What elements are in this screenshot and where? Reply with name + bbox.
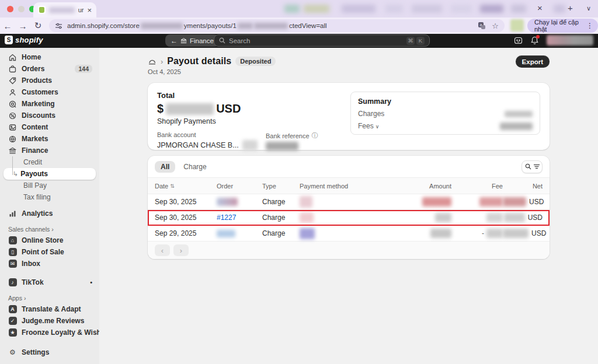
redacted-tab (385, 5, 403, 13)
admin-search-bar[interactable]: Search ⌘ K (214, 34, 430, 47)
redacted-fee (479, 197, 503, 206)
sidebar-item-translate-adapt[interactable]: A Translate & Adapt (4, 303, 96, 315)
sidebar-item-settings[interactable]: ⚙ Settings (4, 346, 96, 358)
sidekick-icon[interactable] (514, 36, 523, 45)
site-settings-icon[interactable] (55, 22, 62, 30)
cell-date: Sep 30, 2025 (155, 214, 217, 222)
address-bar[interactable]: admin.shopify.com/store yments/payouts/1… (49, 19, 505, 32)
table-row[interactable]: Sep 29, 2025 Charge - USD (148, 226, 550, 242)
main-content: › Payout details Deposited Export Oct 4,… (99, 48, 598, 364)
redacted-bank-reference (266, 142, 298, 150)
close-window-button[interactable] (7, 6, 13, 12)
subnav-connector-line (12, 156, 13, 175)
close-tab-icon[interactable]: × (537, 3, 543, 13)
cell-order[interactable] (217, 198, 262, 206)
notifications-bell-icon[interactable] (531, 36, 538, 44)
redacted-store-name[interactable] (547, 35, 593, 46)
sales-channels-header[interactable]: Sales channels › (4, 224, 96, 235)
payout-date: Oct 4, 2025 (148, 68, 550, 75)
sidebar-item-analytics[interactable]: Analytics (4, 208, 96, 219)
payouts-breadcrumb-icon[interactable] (148, 57, 157, 66)
content-icon (8, 124, 17, 131)
sidebar-item-products[interactable]: Products (4, 75, 96, 86)
back-icon[interactable]: ← (0, 21, 15, 31)
redacted-tab (480, 5, 503, 13)
search-and-filter-button[interactable] (521, 160, 543, 173)
table-row[interactable]: Sep 30, 2025 Charge USD (148, 194, 550, 210)
redacted-fee (486, 229, 503, 238)
summary-fees-row[interactable]: Fees∨ (358, 122, 533, 130)
cell-amount (393, 213, 451, 222)
tab-search-chevron-icon[interactable]: ∨ (586, 5, 591, 12)
info-icon[interactable]: ⓘ (312, 131, 318, 140)
sidebar-item-markets[interactable]: Markets (4, 133, 96, 145)
forward-icon[interactable]: → (15, 21, 30, 31)
url-text[interactable]: admin.shopify.com/store yments/payouts/1… (67, 22, 327, 29)
sidebar-item-customers[interactable]: Customers (4, 86, 96, 98)
cell-order[interactable]: #1227 (217, 214, 262, 222)
sidebar-item-payouts[interactable]: ↳ Payouts (4, 168, 96, 180)
cell-date: Sep 30, 2025 (155, 198, 217, 206)
apps-header[interactable]: Apps › (4, 293, 96, 303)
export-button[interactable]: Export (516, 55, 550, 68)
pagination-prev-button[interactable]: ‹ (155, 244, 170, 256)
summary-charges-row: Charges (358, 110, 533, 118)
browser-profile-avatar[interactable] (510, 19, 524, 32)
relaunch-to-update-button[interactable]: Chạy lại để cập nhật ⋮ (527, 19, 598, 33)
redacted-url-segment (254, 23, 288, 29)
subnav-hook-icon: ↳ (13, 170, 18, 178)
redacted-order (217, 198, 238, 206)
sidebar-item-content[interactable]: Content (4, 121, 96, 133)
redacted-tab-title (49, 7, 75, 13)
macos-traffic-lights[interactable] (7, 6, 36, 12)
table-row-highlighted[interactable]: Sep 30, 2025 #1227 Charge USD (148, 210, 550, 226)
sidebar-item-tax-filing[interactable]: Tax filing (4, 191, 96, 203)
sidebar-item-orders[interactable]: Orders 144 (4, 63, 96, 75)
sidebar-label: Content (22, 123, 48, 131)
page-title: Payout details (167, 56, 231, 66)
redacted-amount (422, 197, 451, 206)
active-browser-tab[interactable]: ur × (33, 2, 96, 18)
reload-icon[interactable]: ↻ (30, 20, 46, 31)
markets-globe-icon (8, 135, 17, 143)
order-link[interactable]: #1227 (217, 214, 236, 222)
url-prefix: admin.shopify.com/store (67, 22, 140, 29)
sidebar-item-inbox[interactable]: ✉ Inbox (4, 258, 96, 270)
sidebar-item-finance[interactable]: Finance (4, 145, 96, 156)
sidebar-label: Customers (22, 88, 58, 96)
sidebar-item-point-of-sale[interactable]: ▯ Point of Sale (4, 246, 96, 258)
sidebar-item-credit[interactable]: Credit (4, 156, 96, 168)
sidebar-item-home[interactable]: Home (4, 51, 96, 63)
sidebar-label: Inbox (22, 260, 40, 268)
column-date[interactable]: Date⇅ (155, 183, 217, 190)
minimize-window-button[interactable] (18, 6, 25, 12)
sidebar-item-judgeme-reviews[interactable]: ✓ Judge.me Reviews (4, 315, 96, 327)
sidebar-item-froonze-loyalty[interactable]: ★ Froonze Loyalty & Wishlist (4, 327, 96, 338)
sidebar-item-tiktok[interactable]: ♪ TikTok • (4, 276, 96, 288)
finance-context-pill[interactable]: ← Finance (165, 34, 219, 47)
new-tab-icon[interactable]: + (568, 3, 573, 13)
sidebar-item-online-store[interactable]: ⌂ Online Store (4, 235, 96, 246)
sidebar-item-bill-pay[interactable]: Bill Pay (4, 180, 96, 191)
tab-close-icon[interactable]: × (87, 6, 92, 14)
sidebar-label: Discounts (22, 111, 55, 120)
bookmark-star-icon[interactable]: ☆ (492, 22, 499, 30)
sidebar-label: Bill Pay (23, 181, 47, 190)
redacted-fee (486, 213, 503, 222)
cell-payment-method (300, 228, 393, 239)
tab-all[interactable]: All (155, 161, 175, 173)
breadcrumb-chevron-icon: › (161, 57, 163, 66)
tab-charge[interactable]: Charge (183, 163, 206, 171)
pagination-next-button[interactable]: › (173, 244, 189, 256)
shopify-logo[interactable]: S shopify (5, 36, 43, 44)
translate-icon[interactable]: a (478, 22, 486, 30)
cell-order[interactable] (217, 230, 262, 237)
amount-currency-symbol: $ (157, 102, 164, 116)
sidebar-item-marketing[interactable]: Marketing (4, 98, 96, 110)
context-back-icon[interactable]: ← (171, 37, 178, 45)
redacted-payment-method (300, 196, 312, 208)
browser-menu-icon[interactable]: ⋮ (586, 22, 593, 30)
sidebar-item-discounts[interactable]: Discounts (4, 110, 96, 121)
sidebar-label: Online Store (22, 236, 63, 244)
shopify-logo-text: shopify (15, 36, 43, 44)
